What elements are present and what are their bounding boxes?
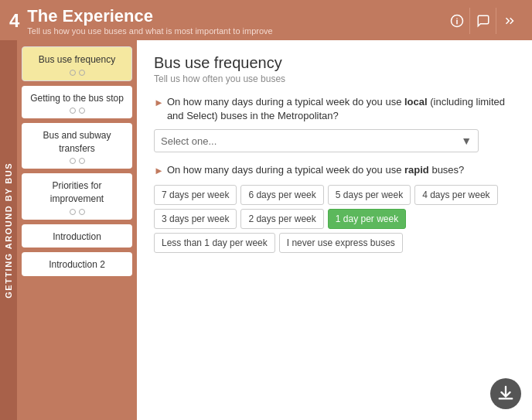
header: 4 The Experience Tell us how you use bus… [0,0,532,40]
choice-5-days[interactable]: 5 days per week [328,185,411,205]
choice-never[interactable]: I never use express buses [279,233,403,253]
sidebar: Bus use frequency Getting to the bus sto… [17,40,137,420]
bold-local: local [404,96,428,108]
sidebar-item-label: Introduction 2 [49,259,105,270]
dropdown-placeholder: Select one... [161,135,217,147]
header-left: 4 The Experience Tell us how you use bus… [9,6,273,36]
dot [79,209,85,215]
dot [70,108,76,114]
question-arrow: ► [154,164,164,178]
header-icons [444,8,523,34]
dot [79,70,85,76]
sidebar-item-label: Introduction [53,231,101,242]
bold-rapid: rapid [404,164,429,176]
question-arrow: ► [154,96,164,110]
dropdown-local[interactable]: Select one... ▼ [154,129,479,152]
choice-4-days[interactable]: 4 days per week [414,185,497,205]
choice-1-day[interactable]: 1 day per week [328,209,406,229]
question-block-1: ► On how many days during a typical week… [154,95,515,152]
dot [70,209,76,215]
sidebar-item-label: Priorities for improvement [50,180,104,204]
next-button[interactable] [490,378,521,409]
rapid-button-group: 7 days per week 6 days per week 5 days p… [154,185,515,253]
sidebar-item-transfers[interactable]: Bus and subway transfers [22,123,132,169]
info-icon [450,14,464,28]
choice-less-than-1[interactable]: Less than 1 day per week [154,233,275,253]
forward-icon [503,14,517,28]
dot [79,158,85,164]
sidebar-dots [29,70,125,76]
forward-icon-button[interactable] [496,8,523,34]
sidebar-item-introduction[interactable]: Introduction [22,224,132,248]
sidebar-item-introduction2[interactable]: Introduction 2 [22,252,132,276]
bottom-nav [490,378,521,409]
sidebar-item-priorities[interactable]: Priorities for improvement [22,173,132,219]
header-subtitle: Tell us how you use buses and what is mo… [27,26,272,36]
main-layout: GETTING AROUND BY BUS Bus use frequency … [0,40,532,420]
dot [70,158,76,164]
info-icon-button[interactable] [444,8,470,34]
dot [70,70,76,76]
content-area: Bus use frequency Tell us how often you … [137,40,532,420]
vertical-label: GETTING AROUND BY BUS [4,162,13,299]
sidebar-item-label: Bus and subway transfers [43,130,111,154]
sidebar-item-label: Getting to the bus stop [30,93,124,104]
sidebar-dots [28,158,126,164]
chevron-down-icon: ▼ [461,135,472,147]
page-number: 4 [9,10,19,32]
question-text-2: On how many days during a typical week d… [167,163,515,177]
content-title: Bus use frequency [154,54,515,72]
chat-icon-button[interactable] [470,8,496,34]
download-icon [497,385,514,402]
choice-2-days[interactable]: 2 days per week [240,209,323,229]
choice-3-days[interactable]: 3 days per week [154,209,237,229]
sidebar-item-label: Bus use frequency [39,54,115,65]
question-label-2: ► On how many days during a typical week… [154,163,515,178]
content-subtitle: Tell us how often you use buses [154,73,515,84]
chat-icon [476,14,490,28]
sidebar-dots [28,209,126,215]
choice-6-days[interactable]: 6 days per week [240,185,323,205]
vertical-label-container: GETTING AROUND BY BUS [0,40,17,420]
question-block-2: ► On how many days during a typical week… [154,163,515,252]
header-title: The Experience [27,6,272,26]
sidebar-item-bus-frequency[interactable]: Bus use frequency [22,46,132,81]
choice-7-days[interactable]: 7 days per week [154,185,237,205]
question-label-1: ► On how many days during a typical week… [154,95,515,123]
question-text-1: On how many days during a typical week d… [167,95,515,123]
dot [79,108,85,114]
sidebar-item-getting-to-stop[interactable]: Getting to the bus stop [22,86,132,119]
sidebar-dots [28,108,126,114]
header-titles: The Experience Tell us how you use buses… [27,6,272,36]
